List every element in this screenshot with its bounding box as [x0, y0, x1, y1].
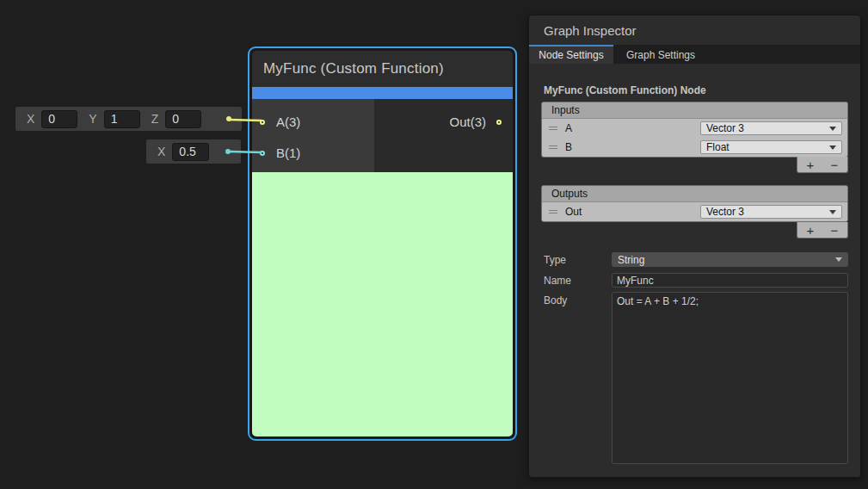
node-title: MyFunc (Custom Function) [263, 60, 444, 77]
function-body-textarea[interactable]: Out = A + B + 1/2; [612, 292, 848, 464]
name-field-label: Name [544, 275, 571, 287]
z-value-field[interactable] [165, 110, 201, 128]
x-value-field[interactable] [41, 110, 77, 128]
input-port-b[interactable]: B(1) [252, 141, 374, 164]
x-axis-label: X [27, 112, 34, 126]
inputs-row-b[interactable]: B Float [542, 138, 847, 157]
tab-node-settings-label: Node Settings [539, 49, 603, 61]
outputs-list: Outputs Out Vector 3 [541, 185, 848, 222]
output-out-type-dropdown[interactable]: Vector 3 [700, 205, 842, 219]
input-name: A [565, 122, 572, 134]
node-title-bar[interactable]: MyFunc (Custom Function) [252, 51, 513, 87]
chevron-down-icon [829, 127, 836, 131]
outputs-row-out[interactable]: Out Vector 3 [542, 202, 847, 221]
port-b-label: B(1) [276, 145, 300, 160]
node-ports-section: A(3) B(1) Out(3) [252, 99, 513, 172]
chevron-down-icon [829, 210, 836, 214]
node-output-ports: Out(3) [374, 99, 513, 172]
x-axis-label: X [157, 145, 165, 158]
remove-input-button[interactable]: − [824, 158, 845, 172]
z-axis-label: Z [151, 112, 159, 126]
drag-handle-icon[interactable] [549, 127, 557, 130]
tab-node-settings[interactable]: Node Settings [529, 45, 613, 64]
graph-inspector-panel[interactable]: Graph Inspector Node Settings Graph Sett… [528, 15, 861, 478]
dropdown-value: Vector 3 [706, 206, 744, 218]
add-input-button[interactable]: + [800, 158, 821, 172]
chevron-down-icon [835, 257, 842, 262]
add-output-button[interactable]: + [800, 223, 821, 238]
type-field-label: Type [544, 254, 566, 266]
vector3-wire-dot-icon [226, 116, 231, 121]
y-axis-label: Y [89, 112, 96, 126]
drag-handle-icon[interactable] [549, 145, 557, 149]
body-field-label: Body [544, 294, 567, 306]
port-out-icon[interactable] [496, 120, 502, 125]
dropdown-value: Float [706, 141, 729, 153]
shader-graph-canvas[interactable]: X Y Z X MyFunc (Custom Function) A(3) [0, 0, 868, 489]
node-accent-bar [252, 87, 513, 99]
function-name-input[interactable] [612, 273, 848, 288]
float-port-input-widget[interactable]: X [146, 139, 241, 164]
inspector-title-bar[interactable]: Graph Inspector [529, 15, 860, 45]
node-input-ports: A(3) B(1) [252, 99, 374, 172]
inputs-list-title: Inputs [551, 104, 580, 116]
inputs-row-a[interactable]: A Vector 3 [542, 119, 847, 138]
dropdown-value: String [618, 254, 644, 266]
output-port-out[interactable]: Out(3) [449, 110, 502, 133]
output-name: Out [565, 206, 582, 218]
drag-handle-icon[interactable] [549, 210, 557, 214]
outputs-list-header: Outputs [542, 186, 847, 202]
inspector-tab-bar: Node Settings Graph Settings [529, 45, 860, 64]
input-b-type-dropdown[interactable]: Float [700, 140, 842, 154]
port-out-label: Out(3) [449, 115, 486, 129]
float-value-field[interactable] [172, 143, 209, 161]
node-preview [252, 172, 513, 436]
custom-function-node[interactable]: MyFunc (Custom Function) A(3) B(1) [248, 46, 517, 441]
tab-graph-settings[interactable]: Graph Settings [613, 45, 708, 64]
input-name: B [565, 141, 572, 153]
vector3-port-input-widget[interactable]: X Y Z [15, 107, 242, 131]
float-wire-dot-icon [225, 149, 231, 154]
chevron-down-icon [829, 145, 836, 150]
port-a-icon[interactable] [260, 120, 265, 125]
input-a-type-dropdown[interactable]: Vector 3 [700, 121, 842, 135]
remove-output-button[interactable]: − [824, 223, 845, 238]
node-body: MyFunc (Custom Function) A(3) B(1) [252, 51, 513, 436]
port-a-label: A(3) [276, 115, 300, 129]
inputs-list-header: Inputs [542, 102, 847, 119]
dropdown-value: Vector 3 [706, 122, 744, 134]
inspector-node-heading: MyFunc (Custom Function) Node [544, 84, 706, 96]
function-type-dropdown[interactable]: String [612, 252, 848, 267]
port-b-icon[interactable] [260, 151, 265, 156]
tab-graph-settings-label: Graph Settings [626, 49, 695, 61]
inputs-list: Inputs A Vector 3 B Float [541, 102, 848, 158]
outputs-list-title: Outputs [551, 188, 588, 200]
outputs-list-footer: + − [797, 222, 848, 238]
inputs-list-footer: + − [797, 157, 848, 173]
inspector-title: Graph Inspector [544, 23, 637, 38]
input-port-a[interactable]: A(3) [252, 110, 374, 133]
y-value-field[interactable] [104, 110, 140, 128]
